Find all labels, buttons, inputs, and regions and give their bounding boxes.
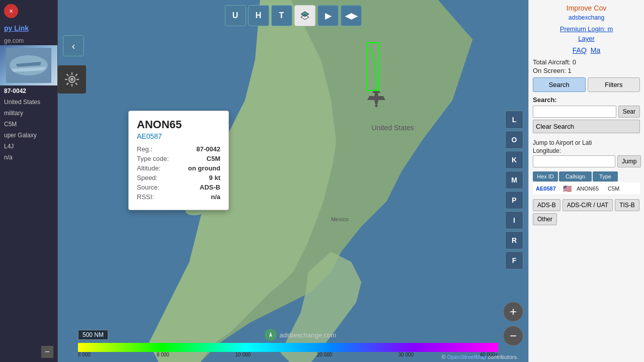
clear-search-button[interactable]: Clear Search — [533, 120, 640, 133]
name-info: uper Galaxy — [0, 130, 57, 141]
right-panel-header-section: Improve Cov adsbexchang — [533, 4, 640, 21]
color-label-1: 6 000 — [78, 352, 91, 361]
minus-icon: − — [45, 347, 49, 356]
jump-section: Jump to Airport or Lati Longitude: Jump — [533, 139, 640, 167]
popup-rssi-label: RSSI: — [137, 193, 154, 201]
svg-line-28 — [75, 74, 77, 76]
aircraft-marker[interactable] — [364, 85, 389, 113]
btn-m[interactable]: M — [505, 171, 523, 189]
search-action-button[interactable]: Sear — [618, 106, 640, 118]
btn-p[interactable]: P — [505, 191, 523, 209]
operator-info: L4J — [0, 141, 57, 152]
btn-f[interactable]: F — [505, 251, 523, 269]
search-input[interactable] — [533, 106, 616, 118]
popup-speed-value: 9 kt — [209, 174, 220, 182]
rssi-info: n/a — [0, 152, 57, 163]
zoom-out-button[interactable]: − — [503, 326, 523, 346]
zoom-in-button[interactable]: + — [503, 302, 523, 322]
btn-double[interactable]: ◀▶ — [341, 5, 362, 26]
btn-u[interactable]: U — [225, 5, 246, 26]
popup-source-row: Source: ADS-B — [137, 184, 220, 191]
btn-k[interactable]: K — [505, 151, 523, 169]
popup-type-row: Type code: C5M — [137, 155, 220, 162]
jump-input[interactable] — [533, 155, 615, 167]
country-info: United States — [0, 97, 57, 108]
btn-o[interactable]: O — [505, 131, 523, 149]
svg-line-26 — [67, 74, 69, 76]
aircraft-image — [0, 45, 57, 85]
left-collapse-button[interactable]: − — [41, 346, 53, 358]
search-label: Search: — [533, 96, 640, 104]
adsb-logo-icon — [264, 329, 276, 341]
back-arrow-button[interactable]: ‹ — [63, 35, 84, 56]
table-row[interactable]: AE0587 🇺🇸 ANON65 C5M — [533, 183, 640, 195]
src-btn-other[interactable]: Other — [533, 213, 557, 225]
svg-text:Mexico: Mexico — [331, 216, 349, 222]
search-filter-buttons: Search Filters — [533, 77, 640, 92]
src-btn-adsc[interactable]: ADS-C/R / UAT — [562, 199, 613, 211]
right-panel: Improve Cov adsbexchang Premium Login: m… — [528, 0, 644, 362]
scale-label: 500 NM — [78, 330, 108, 340]
on-screen-row: On Screen: 1 — [533, 67, 640, 74]
table-cell-type: C5M — [606, 185, 625, 192]
popup-rssi-row: RSSI: n/a — [137, 193, 220, 201]
settings-button[interactable] — [58, 65, 86, 94]
popup-source-label: Source: — [137, 184, 159, 191]
map-link[interactable]: Ma — [591, 46, 600, 54]
stats-section: Total Aircraft: 0 On Screen: 1 — [533, 58, 640, 75]
premium-section: Premium Login: m Layer — [533, 25, 640, 42]
popup-speed-label: Speed: — [137, 174, 157, 182]
color-label-4: 20 000 — [317, 352, 333, 361]
premium-login-link[interactable]: Premium Login: m — [533, 25, 640, 33]
improve-coverage-header: Improve Cov — [533, 4, 640, 12]
table-header-callsign: Callsign — [559, 171, 592, 182]
src-btn-adsb[interactable]: ADS-B — [533, 199, 560, 211]
btn-r[interactable]: R — [505, 231, 523, 249]
source-buttons: ADS-B ADS-C/R / UAT TIS-B Other — [533, 199, 640, 225]
btn-t[interactable]: T — [271, 5, 292, 26]
table-cell-callsign: ANON65 — [575, 185, 605, 192]
left-sidebar: × py Link ge.com 87-0042 United States m… — [0, 0, 58, 362]
map-area[interactable]: United States Mexico ANON65 AE0587 — [58, 0, 528, 362]
table-cell-flag: 🇺🇸 — [561, 184, 574, 193]
svg-marker-18 — [301, 12, 309, 17]
svg-line-27 — [75, 83, 77, 85]
src-btn-tisb[interactable]: TIS-B — [615, 199, 639, 211]
close-button[interactable]: × — [4, 4, 18, 18]
aircraft-table-section: Hex ID Callsign Type AE0587 🇺🇸 ANON65 C5… — [533, 171, 640, 195]
table-header-hex: Hex ID — [533, 171, 558, 182]
copy-link-button[interactable]: py Link — [0, 20, 57, 36]
adsb-logo-text: adsbexchange.com — [279, 331, 336, 339]
total-aircraft-label: Total Aircraft: — [533, 58, 571, 66]
search-section: Search: Sear Clear Search — [533, 96, 640, 135]
popup-reg-value: 87-0042 — [196, 145, 220, 153]
layer-link[interactable]: Layer — [533, 35, 640, 42]
aircraft-popup: ANON65 AE0587 Reg.: 87-0042 Type code: C… — [128, 111, 229, 210]
domain-text: ge.com — [0, 36, 57, 45]
svg-marker-17 — [375, 105, 378, 107]
btn-h[interactable]: H — [248, 5, 269, 26]
popup-speed-row: Speed: 9 kt — [137, 174, 220, 182]
reg-info: 87-0042 — [0, 85, 57, 97]
adsbexchange-link[interactable]: adsbexchang — [533, 14, 640, 21]
search-input-row: Sear — [533, 106, 640, 118]
faq-link[interactable]: FAQ — [573, 46, 587, 54]
popup-hex: AE0587 — [137, 132, 220, 140]
btn-layers[interactable] — [294, 5, 315, 26]
color-bar — [78, 343, 498, 352]
on-screen-value: 1 — [568, 67, 571, 74]
search-tab-button[interactable]: Search — [533, 77, 586, 92]
color-label-3: 10 000 — [235, 352, 251, 361]
popup-alt-label: Altitude: — [137, 164, 160, 172]
total-aircraft-value: 0 — [573, 58, 576, 66]
table-header-type: Type — [593, 171, 618, 182]
jump-action-button[interactable]: Jump — [617, 155, 641, 167]
btn-l[interactable]: L — [505, 111, 523, 129]
svg-marker-15 — [367, 96, 385, 100]
svg-text:United States: United States — [371, 124, 414, 132]
popup-type-value: C5M — [207, 155, 220, 162]
btn-next[interactable]: ▶ — [317, 5, 339, 26]
filters-tab-button[interactable]: Filters — [588, 77, 640, 92]
side-letter-buttons: L O K M P I R F — [505, 111, 523, 269]
btn-i[interactable]: I — [505, 211, 523, 229]
